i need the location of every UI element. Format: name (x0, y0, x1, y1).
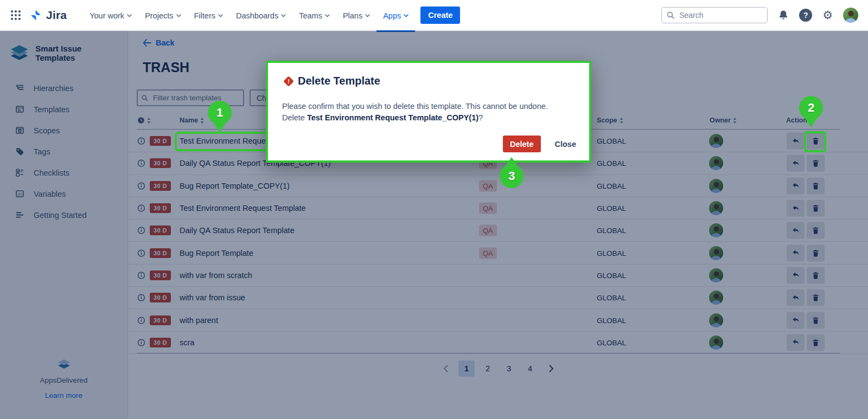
chevron-down-icon (176, 14, 181, 17)
warning-icon: ! (283, 76, 294, 87)
modal-message: Please confirm that you wish to delete t… (282, 101, 548, 124)
chevron-down-icon (404, 14, 409, 17)
modal-actions: Delete Close (503, 136, 576, 152)
app-switcher-icon[interactable] (10, 9, 22, 21)
jira-logo[interactable]: Jira (29, 9, 67, 22)
nav-item[interactable]: Dashboards (229, 0, 292, 32)
modal-message-line2: Delete Test Environment Request Template… (282, 112, 548, 124)
nav-item[interactable]: Filters (188, 0, 229, 32)
create-button[interactable]: Create (420, 7, 460, 24)
annotation-marker-3: 3 (500, 164, 524, 188)
annotation-highlight-trash-button (804, 131, 826, 152)
nav-item[interactable]: Your work (83, 0, 138, 32)
primary-nav: Your work Projects Filters Dashb (83, 0, 415, 30)
nav-item[interactable]: Apps (376, 0, 415, 32)
nav-item[interactable]: Projects (138, 0, 187, 32)
jira-logo-icon (29, 9, 42, 22)
search-icon (666, 11, 675, 20)
confirm-delete-button[interactable]: Delete (503, 136, 541, 152)
template-name-bold: Test Environment Request Template_COPY(1… (307, 113, 478, 122)
nav-item[interactable]: Plans (336, 0, 376, 32)
delete-template-modal: ! Delete Template Please confirm that yo… (266, 61, 591, 163)
chevron-down-icon (365, 14, 370, 17)
user-avatar[interactable] (843, 8, 858, 23)
chevron-down-icon (281, 14, 286, 17)
chevron-down-icon (127, 14, 132, 17)
annotation-marker-2: 2 (799, 96, 823, 120)
nav-right-cluster: ? ⚙ (661, 7, 858, 23)
modal-message-line1: Please confirm that you wish to delete t… (282, 101, 548, 112)
search-input[interactable] (661, 7, 768, 23)
chevron-down-icon (218, 14, 223, 17)
settings-gear-icon[interactable]: ⚙ (822, 9, 833, 21)
help-icon[interactable]: ? (799, 9, 812, 22)
notifications-bell-icon[interactable] (778, 10, 789, 21)
top-navigation-bar: Jira Your work Projects Filters (0, 0, 868, 30)
modal-title: Delete Template (298, 75, 380, 87)
jira-wordmark: Jira (46, 9, 67, 22)
nav-item[interactable]: Teams (292, 0, 336, 32)
chevron-down-icon (325, 14, 330, 17)
close-button[interactable]: Close (555, 140, 577, 149)
global-search (661, 7, 768, 23)
annotation-marker-1: 1 (208, 101, 232, 125)
